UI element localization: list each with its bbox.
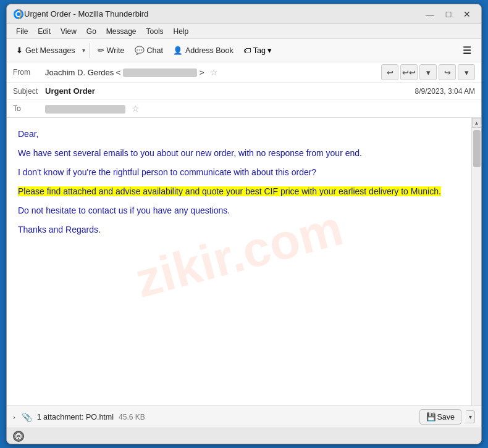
attachment-size: 45.6 KB: [119, 413, 145, 421]
menu-go[interactable]: Go: [82, 26, 101, 37]
svg-point-2: [17, 12, 20, 16]
statusbar: [7, 428, 481, 444]
email-date: 8/9/2023, 3:04 AM: [415, 87, 475, 96]
connection-status-icon: [13, 431, 24, 442]
get-messages-icon: ⬇: [16, 46, 23, 55]
toolbar-separator-1: [90, 43, 90, 58]
subject-label: Subject: [13, 87, 45, 96]
chat-icon: 💬: [135, 46, 145, 55]
reply-all-button[interactable]: ↩↩: [400, 64, 418, 80]
from-email-redacted: [123, 68, 197, 77]
from-star-icon[interactable]: ☆: [210, 67, 218, 77]
scrollbar-thumb[interactable]: [473, 130, 481, 167]
attachment-expand-icon[interactable]: ›: [13, 413, 15, 421]
app-icon: [13, 9, 24, 20]
scrollbar[interactable]: ▲: [471, 118, 481, 405]
body-greeting: Dear,: [18, 128, 460, 141]
chat-button[interactable]: 💬 Chat: [130, 43, 167, 57]
get-messages-label: Get Messages: [25, 46, 75, 55]
from-row: From Joachim D. Gerdes < > ☆ ↩ ↩↩ ▾ ↪ ▾: [7, 62, 481, 83]
main-window: Urgent Order - Mozilla Thunderbird — □ ✕…: [6, 4, 482, 444]
to-value: ☆: [45, 104, 475, 114]
get-messages-button[interactable]: ⬇ Get Messages: [12, 43, 80, 57]
toolbar: ⬇ Get Messages ▾ ✏ Write 💬 Chat 👤 Addres…: [7, 39, 481, 62]
attachment-paperclip-icon: 📎: [22, 412, 32, 422]
subject-row: Subject Urgent Order 8/9/2023, 3:04 AM: [7, 83, 481, 100]
header-action-buttons: ↩ ↩↩ ▾ ↪ ▾: [381, 64, 475, 80]
menu-view[interactable]: View: [56, 26, 81, 37]
body-para2: I don't know if you're the rightful pers…: [18, 166, 460, 179]
from-name: Joachim D. Gerdes <: [45, 68, 120, 77]
save-label: Save: [437, 413, 455, 421]
email-body-container: zikir.com Dear, We have sent several ema…: [7, 118, 481, 405]
menubar: File Edit View Go Message Tools Help: [7, 24, 481, 39]
body-para3: Do not hesitate to contact us if you hav…: [18, 204, 460, 217]
titlebar: Urgent Order - Mozilla Thunderbird — □ ✕: [7, 4, 481, 24]
tag-dropdown-icon: ▾: [267, 46, 272, 55]
menu-file[interactable]: File: [12, 26, 32, 37]
to-row: To ☆: [7, 100, 481, 117]
forward-button[interactable]: ↪: [439, 64, 456, 80]
attachment-bar: › 📎 1 attachment: PO.html 45.6 KB 💾 Save…: [7, 405, 481, 428]
to-star-icon[interactable]: ☆: [132, 104, 140, 114]
from-label: From: [13, 68, 45, 77]
menu-edit[interactable]: Edit: [33, 26, 55, 37]
from-value: Joachim D. Gerdes < > ☆: [45, 67, 381, 78]
reply-button[interactable]: ↩: [381, 64, 398, 80]
tag-button[interactable]: 🏷 Tag ▾: [239, 43, 276, 57]
window-controls: — □ ✕: [422, 8, 475, 20]
nav-down-button[interactable]: ▾: [419, 64, 437, 80]
close-button[interactable]: ✕: [459, 8, 475, 20]
scrollbar-up[interactable]: ▲: [472, 118, 481, 128]
chat-label: Chat: [147, 46, 163, 55]
address-book-button[interactable]: 👤 Address Book: [169, 43, 238, 57]
email-header: From Joachim D. Gerdes < > ☆ ↩ ↩↩ ▾ ↪ ▾ …: [7, 62, 481, 118]
body-para1: We have sent several emails to you about…: [18, 147, 460, 160]
attachment-text: 1 attachment: PO.html: [37, 413, 114, 421]
write-icon: ✏: [98, 46, 104, 55]
more-button[interactable]: ▾: [458, 64, 475, 80]
window-title: Urgent Order - Mozilla Thunderbird: [24, 9, 422, 19]
from-suffix: >: [200, 68, 204, 77]
address-book-label: Address Book: [185, 46, 233, 55]
body-highlighted-para: Please find attached and advise availabi…: [18, 185, 460, 198]
hamburger-menu[interactable]: ☰: [458, 42, 476, 59]
maximize-button[interactable]: □: [440, 8, 456, 20]
to-label: To: [13, 104, 45, 113]
subject-value: Urgent Order: [45, 86, 415, 96]
save-icon: 💾: [426, 412, 436, 421]
svg-point-4: [18, 438, 19, 439]
save-button[interactable]: 💾 Save: [419, 409, 462, 425]
address-book-icon: 👤: [173, 46, 183, 55]
tag-label: Tag: [253, 46, 266, 55]
write-button[interactable]: ✏ Write: [93, 43, 129, 57]
minimize-button[interactable]: —: [422, 8, 438, 20]
menu-help[interactable]: Help: [169, 26, 193, 37]
menu-tools[interactable]: Tools: [142, 26, 168, 37]
body-closing: Thanks and Regards.: [18, 223, 460, 236]
get-messages-dropdown[interactable]: ▾: [81, 44, 86, 56]
write-label: Write: [107, 46, 125, 55]
to-email-redacted: [45, 105, 125, 114]
save-dropdown-arrow[interactable]: ▾: [466, 410, 475, 423]
body-highlighted-text: Please find attached and advise availabi…: [18, 186, 441, 196]
tag-icon: 🏷: [243, 46, 251, 55]
menu-message[interactable]: Message: [102, 26, 141, 37]
email-body: zikir.com Dear, We have sent several ema…: [7, 118, 471, 405]
